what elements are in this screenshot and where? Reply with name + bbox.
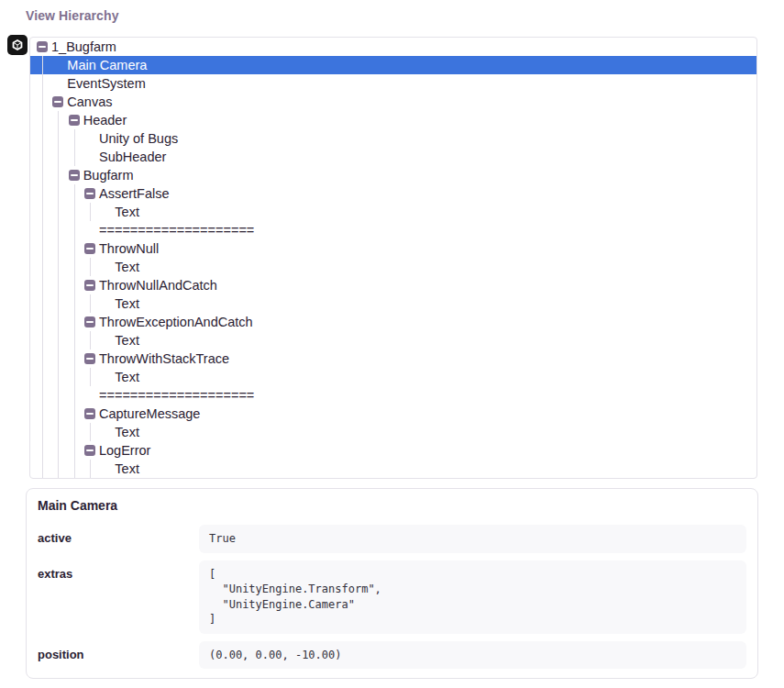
indent-guide [69, 460, 84, 478]
tree-row[interactable]: Bugfarm [30, 166, 756, 184]
selected-node-details: Main Camera activeTrueextras[ "UnityEngi… [26, 488, 758, 679]
indent-guide [69, 258, 84, 276]
tree-row[interactable]: Text [30, 423, 756, 441]
tree-row[interactable]: Header [30, 111, 756, 129]
detail-row: position(0.00, 0.00, -10.00) [38, 641, 746, 670]
detail-key: active [38, 525, 199, 553]
tree-row[interactable]: Text [30, 460, 756, 478]
icon-spacer [84, 151, 95, 162]
collapse-minus-icon[interactable] [69, 115, 80, 126]
details-rows: activeTrueextras[ "UnityEngine.Transform… [38, 525, 746, 669]
tree-row[interactable]: CaptureMessage [30, 405, 756, 423]
indent-guide [37, 460, 52, 478]
icon-spacer [84, 225, 95, 236]
tree-row-label: ==================== [99, 386, 254, 405]
collapse-minus-icon[interactable] [84, 353, 95, 364]
hierarchy-tree[interactable]: 1_BugfarmMain CameraEventSystemCanvasHea… [29, 37, 757, 479]
indent-guide [69, 386, 84, 405]
indent-guide [52, 148, 68, 166]
indent-guide [69, 203, 84, 221]
details-title: Main Camera [38, 498, 746, 513]
indent-guide [52, 313, 68, 331]
indent-guide [37, 184, 52, 203]
tree-row-label: CaptureMessage [99, 405, 200, 423]
indent-guide [37, 203, 52, 221]
hierarchy-tree-wrap: 1_BugfarmMain CameraEventSystemCanvasHea… [0, 37, 784, 479]
indent-guide [37, 331, 52, 350]
tree-row-label: ThrowExceptionAndCatch [99, 313, 253, 331]
indent-guide [37, 405, 52, 423]
tree-row[interactable]: Canvas [30, 93, 756, 111]
collapse-minus-icon[interactable] [84, 243, 95, 254]
tree-row-label: Main Camera [67, 56, 147, 74]
icon-spacer [100, 427, 111, 438]
indent-guide [52, 423, 68, 441]
indent-guide [52, 111, 68, 129]
indent-guide [52, 184, 68, 203]
icon-spacer [100, 463, 111, 474]
indent-guide [52, 441, 68, 460]
tree-row[interactable]: Text [30, 368, 756, 386]
collapse-minus-icon[interactable] [84, 316, 95, 327]
tree-row[interactable]: ThrowWithStackTrace [30, 350, 756, 368]
indent-guide [69, 276, 84, 294]
collapse-minus-icon[interactable] [52, 96, 63, 107]
indent-guide [52, 258, 68, 276]
tree-row[interactable]: Text [30, 258, 756, 276]
collapse-minus-icon[interactable] [84, 280, 95, 291]
indent-guide [52, 221, 68, 239]
collapse-minus-icon[interactable] [69, 170, 80, 181]
indent-guide [69, 368, 84, 386]
indent-guide [69, 423, 84, 441]
indent-guide [69, 294, 84, 313]
collapse-minus-icon[interactable] [37, 41, 48, 52]
tree-row[interactable]: ==================== [30, 221, 756, 239]
indent-guide [69, 184, 84, 203]
tree-row[interactable]: AssertFalse [30, 184, 756, 203]
indent-guide [84, 368, 100, 386]
indent-guide [69, 441, 84, 460]
indent-guide [52, 294, 68, 313]
indent-guide [52, 129, 68, 148]
indent-guide [37, 111, 52, 129]
tree-row[interactable]: 1_Bugfarm [30, 38, 756, 56]
view-hierarchy-section: View Hierarchy 1_BugfarmMain CameraEvent… [0, 8, 784, 679]
tree-row[interactable]: SubHeader [30, 148, 756, 166]
indent-guide [37, 276, 52, 294]
tree-row[interactable]: ==================== [30, 386, 756, 405]
indent-guide [52, 405, 68, 423]
tree-row[interactable]: Text [30, 203, 756, 221]
indent-guide [69, 313, 84, 331]
indent-guide [69, 331, 84, 350]
tree-row-selected[interactable]: Main Camera [30, 56, 756, 74]
collapse-minus-icon[interactable] [84, 445, 95, 456]
tree-row[interactable]: LogError [30, 441, 756, 460]
tree-row[interactable]: ThrowNullAndCatch [30, 276, 756, 294]
tree-row[interactable]: Text [30, 294, 756, 313]
tree-row[interactable]: Text [30, 331, 756, 350]
icon-spacer [100, 206, 111, 217]
indent-guide [84, 460, 100, 478]
icon-spacer [100, 372, 111, 383]
tree-row-label: ==================== [99, 221, 254, 239]
tree-row[interactable]: EventSystem [30, 74, 756, 93]
tree-row-label: AssertFalse [99, 184, 170, 203]
detail-value: True [199, 525, 746, 553]
indent-guide [52, 276, 68, 294]
detail-value: (0.00, 0.00, -10.00) [199, 641, 746, 670]
tree-row[interactable]: ThrowExceptionAndCatch [30, 313, 756, 331]
indent-guide [84, 258, 100, 276]
collapse-minus-icon[interactable] [84, 408, 95, 419]
tree-row-label: Text [115, 331, 139, 350]
tree-row[interactable]: Unity of Bugs [30, 129, 756, 148]
icon-spacer [84, 390, 95, 401]
tree-row-label: Text [115, 258, 139, 276]
indent-guide [84, 423, 100, 441]
detail-value: [ "UnityEngine.Transform", "UnityEngine.… [199, 560, 746, 634]
tree-row[interactable]: ThrowNull [30, 239, 756, 258]
indent-guide [37, 258, 52, 276]
indent-guide [69, 239, 84, 258]
collapse-minus-icon[interactable] [84, 188, 95, 199]
indent-guide [37, 93, 52, 111]
indent-guide [37, 350, 52, 368]
